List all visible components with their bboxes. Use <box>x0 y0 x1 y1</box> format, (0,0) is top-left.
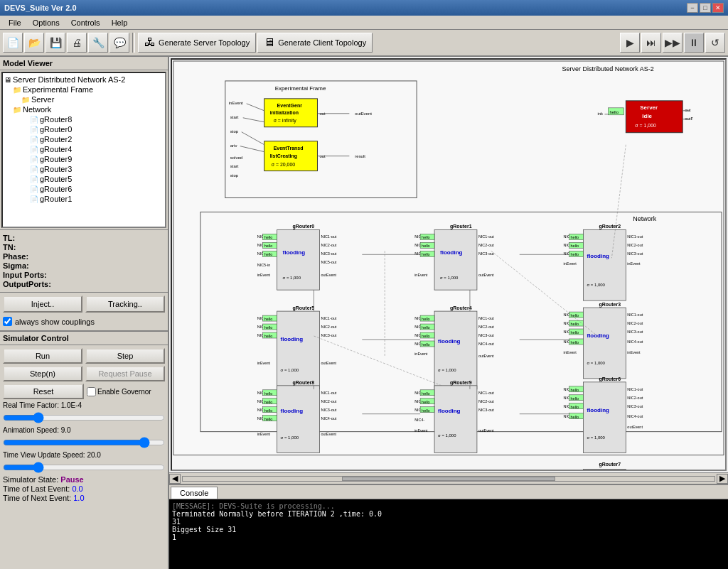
tree-label-gr5: gRouter5 <box>40 175 72 183</box>
scroll-left-button[interactable]: ◀ <box>169 474 181 484</box>
print-button[interactable]: 🖨 <box>67 33 87 53</box>
tree-item-grouter2[interactable]: 📄 gRouter2 <box>4 134 164 144</box>
run-button[interactable]: Run <box>3 348 82 364</box>
toolbar: 📄 📂 💾 🖨 🔧 💬 🖧 Generate Server Topology 🖥… <box>0 30 728 57</box>
tracking-button[interactable]: Tracking.. <box>85 296 165 313</box>
scrollbar-thumb[interactable] <box>342 477 555 481</box>
console-output[interactable]: [MESSAGE]: DEVS-Suite is processing... T… <box>169 499 728 569</box>
prop-input: Input Ports: <box>3 271 165 279</box>
nav-pause-button[interactable]: ⏸ <box>684 33 704 53</box>
tree-item-root[interactable]: 🖥 Server Distributed Network AS-2 <box>4 75 164 85</box>
console-line-2: 31 <box>172 518 725 526</box>
always-show-label: always show couplings <box>15 318 95 326</box>
nav-skip-button[interactable]: ⏭ <box>641 33 661 53</box>
svg-text:flooding: flooding <box>440 249 463 256</box>
tree-item-grouter0[interactable]: 📄 gRouter0 <box>4 124 164 134</box>
svg-text:gRouter6: gRouter6 <box>599 376 621 382</box>
prop-tl-label: TL: <box>3 234 60 242</box>
menu-options[interactable]: Options <box>27 17 65 28</box>
menu-controls[interactable]: Controls <box>65 17 106 28</box>
svg-text:hello: hello <box>571 396 579 401</box>
always-show-checkbox[interactable] <box>3 317 12 326</box>
tree-item-server[interactable]: 📁 Server <box>4 94 164 104</box>
last-event-value: 0.0 <box>72 484 82 493</box>
svg-text:inEvent: inEvent <box>627 350 641 354</box>
svg-text:result: result <box>355 154 365 158</box>
minimize-button[interactable]: − <box>687 3 698 13</box>
step-button[interactable]: Step <box>85 348 165 364</box>
prop-sigma: Sigma: <box>3 261 165 270</box>
svg-text:flooding: flooding <box>281 336 304 342</box>
svg-rect-200 <box>277 386 320 453</box>
svg-text:hello: hello <box>264 325 273 330</box>
animation-slider[interactable] <box>3 437 165 448</box>
svg-text:NIC3-out: NIC3-out <box>478 251 494 256</box>
tree-item-grouter1[interactable]: 📄 gRouter1 <box>4 194 164 204</box>
reset-button[interactable]: Reset <box>3 384 84 399</box>
svg-text:gRouter0: gRouter0 <box>293 224 315 229</box>
maximize-button[interactable]: □ <box>700 3 711 13</box>
settings-button[interactable]: 🔧 <box>88 33 108 53</box>
svg-text:start: start <box>230 164 239 168</box>
svg-text:NIC5-out: NIC5-out <box>321 260 336 264</box>
inject-button[interactable]: Inject.. <box>3 296 82 313</box>
svg-text:solved: solved <box>230 156 242 160</box>
diagram-canvas[interactable]: Server Distributed Network AS-2 Experime… <box>171 58 727 471</box>
svg-text:NIC3-out: NIC3-out <box>478 408 494 412</box>
horizontal-scrollbar[interactable]: ◀ ▶ <box>169 472 728 484</box>
stepn-button[interactable]: Step(n) <box>3 366 82 381</box>
svg-text:inEvent: inEvent <box>257 361 271 365</box>
scroll-right-button[interactable]: ▶ <box>717 474 728 484</box>
nav-forward-button[interactable]: ▶▶ <box>663 33 682 53</box>
tree-item-grouter6[interactable]: 📄 gRouter6 <box>4 184 164 194</box>
request-pause-button[interactable]: Request Pause <box>85 366 165 381</box>
enable-governor-checkbox[interactable] <box>87 387 96 396</box>
prop-input-label: Input Ports: <box>3 271 60 279</box>
tree-icon-gr1: 📄 <box>30 195 38 203</box>
nav-play-button[interactable]: ▶ <box>620 33 640 53</box>
simulator-state-value: Pause <box>60 475 83 484</box>
tree-item-grouter8[interactable]: 📄 gRouter8 <box>4 114 164 124</box>
svg-text:NIC3-out: NIC3-out <box>627 404 643 408</box>
close-button[interactable]: ✕ <box>712 3 724 13</box>
console-tab-bar: Console <box>169 485 728 499</box>
svg-text:gRouter2: gRouter2 <box>599 224 621 229</box>
new-button[interactable]: 📄 <box>3 33 23 53</box>
generate-server-topology-button[interactable]: 🖧 Generate Server Topology <box>138 33 256 53</box>
console-tab[interactable]: Console <box>171 487 218 499</box>
tree-label-gr9: gRouter9 <box>40 155 72 163</box>
tree-item-grouter5[interactable]: 📄 gRouter5 <box>4 174 164 184</box>
svg-text:NIC1-out: NIC1-out <box>627 234 643 239</box>
tree-icon-network: 📁 <box>13 106 21 114</box>
comment-button[interactable]: 💬 <box>109 33 129 53</box>
timeview-slider[interactable] <box>3 462 165 473</box>
save-button[interactable]: 💾 <box>46 33 65 53</box>
scrollbar-track[interactable] <box>182 476 715 482</box>
svg-text:inEvent: inEvent <box>627 261 641 266</box>
tree-item-grouter9[interactable]: 📄 gRouter9 <box>4 154 164 164</box>
open-button[interactable]: 📂 <box>24 33 44 53</box>
svg-text:inEvent: inEvent <box>257 273 271 277</box>
svg-text:hello: hello <box>264 317 273 321</box>
svg-text:hello: hello <box>422 408 430 413</box>
svg-text:NIC4-out: NIC4-out <box>321 416 336 421</box>
svg-rect-222 <box>434 386 477 453</box>
prop-output-label: OutputPorts: <box>3 280 60 288</box>
svg-text:gRouter8: gRouter8 <box>293 380 315 386</box>
realtime-slider[interactable] <box>3 412 165 423</box>
nav-reset-button[interactable]: ↺ <box>705 33 725 53</box>
svg-text:gRouter5: gRouter5 <box>293 305 315 311</box>
tree-item-grouter3[interactable]: 📄 gRouter3 <box>4 164 164 174</box>
svg-text:hello: hello <box>571 252 579 256</box>
menu-help[interactable]: Help <box>106 17 134 28</box>
svg-text:NIC3-out: NIC3-out <box>478 333 494 337</box>
tree-item-grouter4[interactable]: 📄 gRouter4 <box>4 144 164 154</box>
svg-text:NIC3-out: NIC3-out <box>321 251 336 256</box>
menu-file[interactable]: File <box>3 17 27 28</box>
model-tree[interactable]: 🖥 Server Distributed Network AS-2 📁 Expe… <box>1 72 166 228</box>
generate-client-topology-button[interactable]: 🖥 Generate Client Topology <box>257 33 373 53</box>
tree-item-network[interactable]: 📁 Network <box>4 104 164 114</box>
svg-text:Network: Network <box>633 215 656 222</box>
tree-item-expframe[interactable]: 📁 Experimental Frame <box>4 85 164 94</box>
properties-panel: TL: TN: Phase: Sigma: Input Ports: Outpu… <box>0 229 168 292</box>
